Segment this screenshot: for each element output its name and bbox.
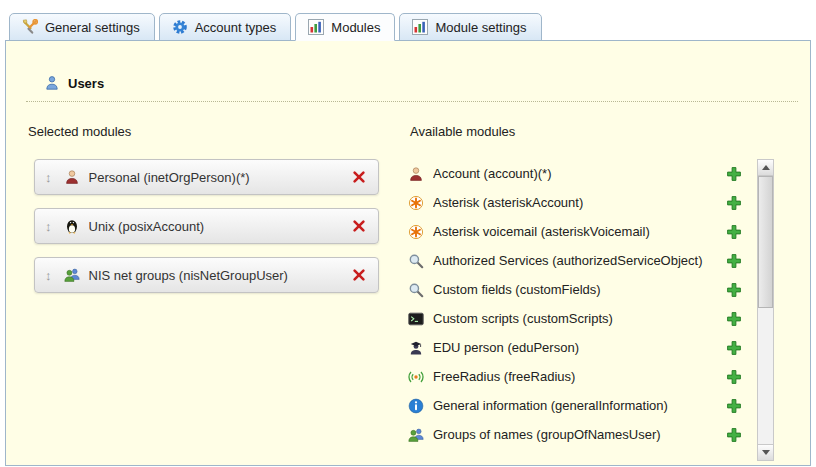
tab-bar: General settings Account types Modules M… — [0, 0, 816, 40]
terminal-icon — [408, 311, 424, 327]
magnifier-icon — [408, 282, 424, 298]
modules-settings-panel: Users Selected modules ↕ Personal (inetO… — [5, 40, 811, 466]
person-icon — [64, 169, 80, 185]
triangle-down-icon — [762, 450, 770, 455]
available-modules-wrap: Available modules Account (account)(*) A… — [408, 116, 747, 461]
edu-person-icon — [408, 340, 424, 356]
drag-handle-icon[interactable]: ↕ — [45, 220, 52, 233]
available-module-row: Authorized Services (authorizedServiceOb… — [408, 246, 747, 275]
triangle-up-icon — [762, 165, 770, 170]
users-icon — [44, 75, 60, 91]
group-icon — [408, 427, 424, 443]
tab-account-types[interactable]: Account types — [159, 13, 292, 41]
drag-handle-icon[interactable]: ↕ — [45, 171, 52, 184]
add-module-button[interactable] — [726, 397, 743, 414]
selected-modules-list: ↕ Personal (inetOrgPerson)(*) ↕ Unix (po… — [26, 159, 388, 293]
person-icon — [408, 166, 424, 182]
bar-chart-icon — [308, 19, 324, 35]
tab-module-settings[interactable]: Module settings — [399, 13, 541, 41]
available-modules-heading: Available modules — [410, 124, 747, 139]
remove-module-button[interactable] — [351, 267, 368, 284]
account-type-heading: Users — [26, 75, 798, 102]
add-module-button[interactable] — [726, 165, 743, 182]
modules-columns: Selected modules ↕ Personal (inetOrgPers… — [26, 116, 774, 461]
scroll-down-button[interactable] — [758, 444, 773, 460]
available-module-row: Custom fields (customFields) — [408, 275, 747, 304]
remove-module-button[interactable] — [351, 218, 368, 235]
add-module-button[interactable] — [726, 281, 743, 298]
available-modules-column: Available modules Account (account)(*) A… — [408, 116, 774, 461]
available-module-row: FreeRadius (freeRadius) — [408, 362, 747, 391]
available-modules-scrollbar[interactable] — [757, 159, 774, 461]
add-module-button[interactable] — [726, 252, 743, 269]
remove-module-button[interactable] — [351, 169, 368, 186]
available-module-row: EDU person (eduPerson) — [408, 333, 747, 362]
available-module-row: Custom scripts (customScripts) — [408, 304, 747, 333]
asterisk-icon — [408, 195, 424, 211]
magnifier-icon — [408, 253, 424, 269]
asterisk-icon — [408, 224, 424, 240]
selected-module-row[interactable]: ↕ NIS net groups (nisNetGroupUser) — [34, 257, 379, 293]
add-module-button[interactable] — [726, 194, 743, 211]
scroll-thumb[interactable] — [758, 176, 773, 308]
info-icon — [408, 398, 424, 414]
scroll-up-button[interactable] — [758, 160, 773, 176]
selected-module-row[interactable]: ↕ Personal (inetOrgPerson)(*) — [34, 159, 379, 195]
group-icon — [64, 267, 80, 283]
add-module-button[interactable] — [726, 368, 743, 385]
available-modules-list: Account (account)(*) Asterisk (asteriskA… — [408, 159, 747, 461]
available-module-row: Asterisk (asteriskAccount) — [408, 188, 747, 217]
available-module-row: Groups of names (groupOfNamesUser) — [408, 420, 747, 449]
selected-module-row[interactable]: ↕ Unix (posixAccount) — [34, 208, 379, 244]
add-module-button[interactable] — [726, 339, 743, 356]
selected-modules-heading: Selected modules — [28, 124, 388, 139]
bar-chart-icon — [412, 19, 428, 35]
available-module-row: Asterisk voicemail (asteriskVoicemail) — [408, 217, 747, 246]
available-module-row: Account (account)(*) — [408, 159, 747, 188]
available-module-row: General information (generalInformation) — [408, 391, 747, 420]
gear-icon — [172, 19, 188, 35]
add-module-button[interactable] — [726, 426, 743, 443]
tab-general-settings[interactable]: General settings — [9, 13, 155, 41]
tab-modules[interactable]: Modules — [295, 13, 395, 41]
account-type-title: Users — [68, 76, 104, 91]
selected-modules-column: Selected modules ↕ Personal (inetOrgPers… — [26, 116, 388, 461]
drag-handle-icon[interactable]: ↕ — [45, 269, 52, 282]
add-module-button[interactable] — [726, 223, 743, 240]
penguin-icon — [64, 218, 80, 234]
add-module-button[interactable] — [726, 310, 743, 327]
radio-icon — [408, 369, 424, 385]
tools-icon — [22, 19, 38, 35]
